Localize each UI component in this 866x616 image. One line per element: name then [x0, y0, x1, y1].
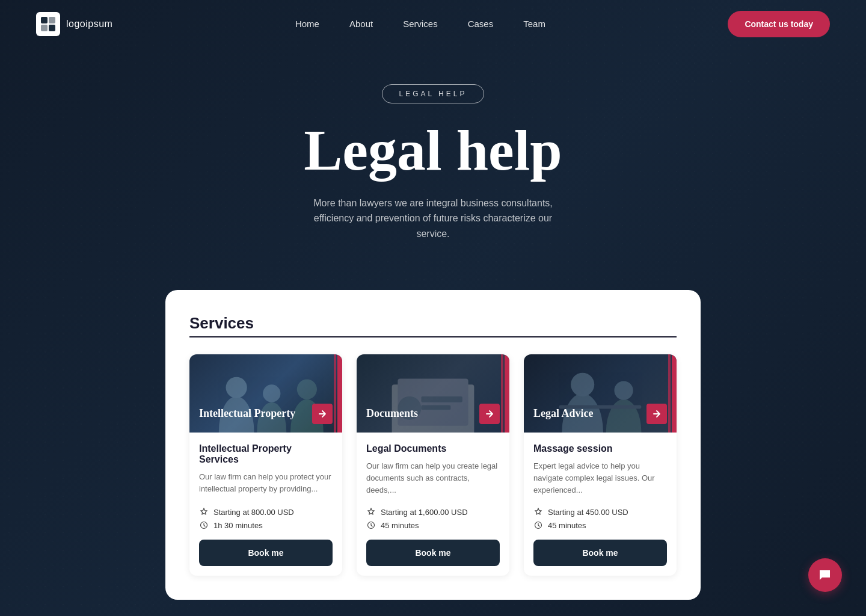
card-duration-text-1: 1h 30 minutes — [213, 521, 263, 530]
card-image-title-1: Intellectual Property — [199, 407, 295, 420]
service-card-3: Legal Advice Massage session Expert lega… — [524, 354, 677, 576]
card-body-1: Intellectual Property Services Our law f… — [189, 433, 342, 576]
card-title-2: Legal Documents — [366, 443, 500, 454]
card-label-1: Intellectual Property — [189, 395, 342, 433]
card-title-1: Intellectual Property Services — [199, 443, 333, 465]
card-meta-1: Starting at 800.00 USD 1h 30 minutes — [199, 507, 333, 530]
card-arrow-1[interactable] — [312, 404, 333, 424]
clock-icon-3 — [533, 520, 543, 530]
nav-about[interactable]: About — [349, 19, 373, 29]
price-icon-1 — [199, 507, 209, 517]
card-price-2: Starting at 1,600.00 USD — [366, 507, 500, 517]
hero-title: Legal help — [0, 120, 866, 181]
card-duration-text-3: 45 minutes — [548, 521, 586, 530]
nav-team[interactable]: Team — [523, 19, 545, 29]
card-arrow-2[interactable] — [479, 404, 500, 424]
card-meta-3: Starting at 450.00 USD 45 minutes — [533, 507, 667, 530]
card-price-text-1: Starting at 800.00 USD — [213, 508, 294, 517]
services-section: Services — [165, 290, 701, 600]
svg-rect-1 — [49, 17, 55, 23]
card-desc-3: Expert legal advice to help you navigate… — [533, 460, 667, 496]
service-card-2: Documents Legal Documents Our law firm c… — [357, 354, 509, 576]
logo-text: logoipsum — [66, 19, 112, 29]
svg-rect-0 — [41, 17, 48, 23]
card-label-3: Legal Advice — [524, 395, 677, 433]
hero-subtitle: More than lawyers we are integral busine… — [301, 196, 565, 242]
card-duration-3: 45 minutes — [533, 520, 667, 530]
card-body-2: Legal Documents Our law firm can help yo… — [357, 433, 509, 576]
card-title-3: Massage session — [533, 443, 667, 454]
card-price-text-3: Starting at 450.00 USD — [548, 508, 628, 517]
clock-icon-2 — [366, 520, 376, 530]
card-price-text-2: Starting at 1,600.00 USD — [381, 508, 468, 517]
price-icon-2 — [366, 507, 376, 517]
service-card-1: Intellectual Property Intellectual Prope… — [189, 354, 342, 576]
nav-services[interactable]: Services — [403, 19, 438, 29]
clock-icon-1 — [199, 520, 209, 530]
chat-fab-button[interactable] — [808, 558, 842, 592]
card-image-2: Documents — [357, 354, 509, 433]
hero-badge: LEGAL HELP — [382, 84, 485, 103]
card-image-3: Legal Advice — [524, 354, 677, 433]
card-desc-1: Our law firm can help you protect your i… — [199, 471, 333, 496]
card-image-title-3: Legal Advice — [533, 407, 594, 420]
cards-grid: Intellectual Property Intellectual Prope… — [189, 354, 677, 576]
card-label-2: Documents — [357, 395, 509, 433]
card-duration-text-2: 45 minutes — [381, 521, 419, 530]
book-button-2[interactable]: Book me — [366, 540, 500, 566]
card-meta-2: Starting at 1,600.00 USD 45 minutes — [366, 507, 500, 530]
card-image-1: Intellectual Property — [189, 354, 342, 433]
services-divider — [189, 336, 677, 337]
svg-rect-2 — [41, 25, 48, 31]
book-button-3[interactable]: Book me — [533, 540, 667, 566]
chat-icon — [818, 568, 832, 582]
svg-rect-3 — [49, 25, 55, 31]
card-desc-2: Our law firm can help you create legal d… — [366, 460, 500, 496]
card-duration-2: 45 minutes — [366, 520, 500, 530]
card-duration-1: 1h 30 minutes — [199, 520, 333, 530]
card-price-1: Starting at 800.00 USD — [199, 507, 333, 517]
logo-icon — [36, 12, 60, 36]
nav-home[interactable]: Home — [295, 19, 319, 29]
card-image-title-2: Documents — [366, 407, 418, 420]
book-button-1[interactable]: Book me — [199, 540, 333, 566]
contact-button[interactable]: Contact us today — [728, 11, 830, 37]
card-body-3: Massage session Expert legal advice to h… — [524, 433, 677, 576]
logo[interactable]: logoipsum — [36, 12, 112, 36]
nav-cases[interactable]: Cases — [468, 19, 494, 29]
card-arrow-3[interactable] — [646, 404, 667, 424]
services-heading: Services — [189, 314, 677, 333]
svg-point-18 — [571, 372, 594, 396]
price-icon-3 — [533, 507, 543, 517]
card-price-3: Starting at 450.00 USD — [533, 507, 667, 517]
